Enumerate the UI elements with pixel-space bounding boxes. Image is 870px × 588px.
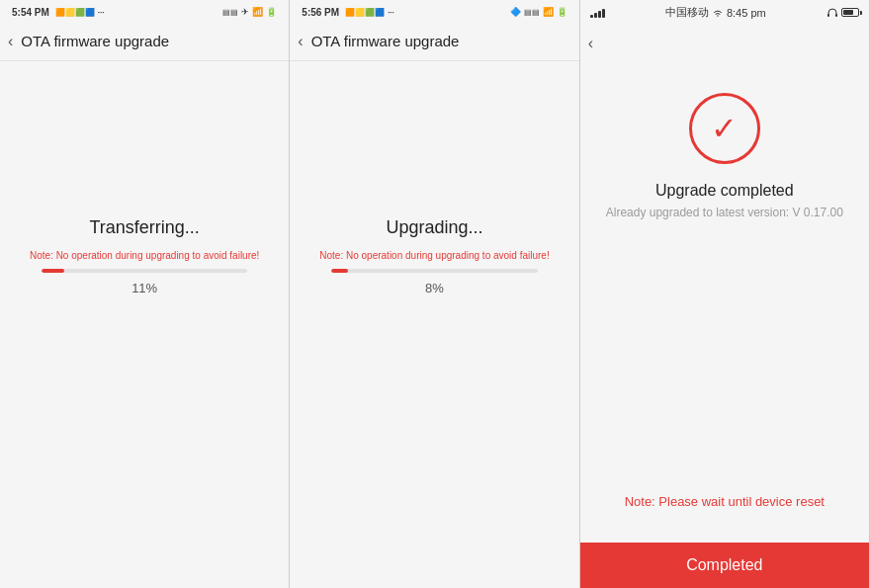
right-icons-3: [826, 8, 859, 18]
carrier-name: 中国移动: [665, 5, 709, 20]
status-icons-2: 🔷 ▤▤ 📶 🔋: [510, 7, 567, 17]
signal-area: [590, 8, 605, 18]
screen-content-2: Upgrading... Note: No operation during u…: [290, 61, 578, 588]
main-status-1: Transferring...: [89, 217, 199, 238]
back-button-1[interactable]: ‹: [8, 33, 13, 50]
screen-transferring: 5:54 PM 🟧🟨🟩🟦 ··· ▤▤ ✈ 📶 🔋 ‹ OTA firmware…: [0, 0, 290, 588]
screen-completed: 中国移动 8:45 pm ‹ ✓: [580, 0, 870, 588]
completed-button[interactable]: Completed: [580, 543, 869, 588]
status-bar-2: 5:56 PM 🟧🟨🟩🟦 ··· 🔷 ▤▤ 📶 🔋: [290, 0, 578, 22]
carrier-time: 中国移动 8:45 pm: [665, 5, 766, 20]
note-reset-text: Note: Please wait until device reset: [609, 494, 840, 509]
signal-icon: [590, 8, 605, 18]
nav-bar-2: ‹ OTA firmware upgrade: [290, 22, 578, 61]
progress-bar-1: [42, 269, 247, 273]
svg-rect-0: [827, 14, 829, 17]
percent-label-1: 11%: [131, 281, 157, 295]
svg-rect-1: [835, 14, 837, 17]
note-text-1: Note: No operation during upgrading to a…: [30, 250, 259, 261]
status-bar-3: 中国移动 8:45 pm: [580, 0, 869, 24]
upgrade-subtitle: Already upgraded to latest version: V 0.…: [606, 206, 843, 219]
headphones-icon: [826, 8, 838, 18]
progress-fill-1: [42, 269, 64, 273]
nav-title-1: OTA firmware upgrade: [21, 33, 169, 49]
nav-bar-1: ‹ OTA firmware upgrade: [0, 22, 289, 61]
upgrade-title: Upgrade completed: [655, 182, 794, 200]
status-time-3: 8:45 pm: [727, 7, 766, 19]
back-button-2[interactable]: ‹: [298, 33, 303, 50]
main-status-2: Upgrading...: [386, 217, 482, 238]
screen-content-1: Transferring... Note: No operation durin…: [0, 61, 289, 588]
status-time-1: 5:54 PM 🟧🟨🟩🟦 ···: [12, 7, 104, 18]
nav-title-2: OTA firmware upgrade: [311, 33, 460, 49]
checkmark-icon: ✓: [711, 113, 738, 144]
note-text-2: Note: No operation during upgrading to a…: [319, 250, 549, 261]
status-icons-1: ▤▤ ✈ 📶 🔋: [222, 7, 277, 17]
screen-upgrading: 5:56 PM 🟧🟨🟩🟦 ··· 🔷 ▤▤ 📶 🔋 ‹ OTA firmware…: [290, 0, 579, 588]
progress-bar-2: [331, 269, 537, 273]
wifi-icon: [713, 8, 723, 18]
battery-icon-3: [841, 8, 859, 17]
back-button-3[interactable]: ‹: [588, 35, 593, 52]
success-circle: ✓: [689, 93, 760, 164]
status-time-2: 5:56 PM 🟧🟨🟩🟦 ···: [302, 7, 393, 18]
status-bar-1: 5:54 PM 🟧🟨🟩🟦 ··· ▤▤ ✈ 📶 🔋: [0, 0, 289, 22]
nav-bar-3: ‹: [580, 24, 869, 63]
progress-fill-2: [331, 269, 348, 273]
percent-label-2: 8%: [425, 281, 444, 295]
completed-content: ✓ Upgrade completed Already upgraded to …: [580, 63, 869, 588]
